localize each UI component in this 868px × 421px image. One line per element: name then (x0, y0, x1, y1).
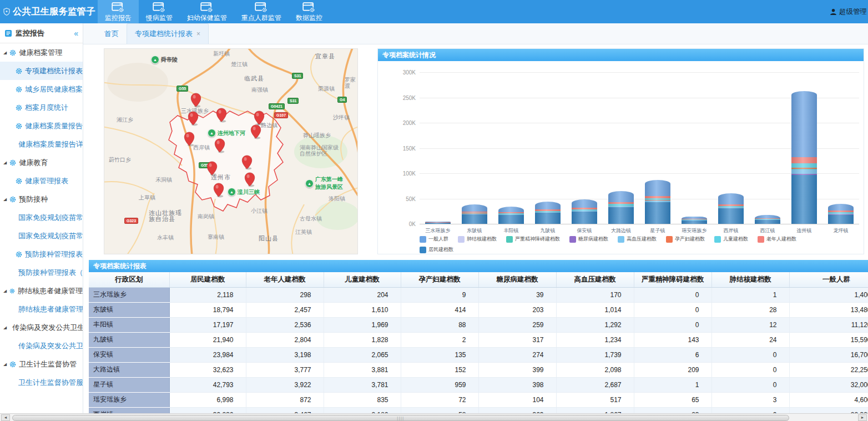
map-label: 罗家渡 (345, 77, 357, 89)
scroll-right-arrow-icon[interactable]: ► (858, 414, 867, 421)
gridline (420, 224, 859, 224)
value-cell: 1,400 (789, 287, 868, 302)
nav-item-监控报告[interactable]: 监控报告 (98, 0, 139, 23)
tree-item-城乡居民健康档案[interactable]: 城乡居民健康档案 (0, 80, 83, 98)
tree-group-预防接种[interactable]: ◢ 预防接种 (0, 190, 83, 208)
nav-item-慢病监管[interactable]: 慢病监管 (139, 0, 180, 23)
caret-icon: ◢ (3, 160, 7, 164)
bar-瑶安瑶族乡[interactable] (682, 217, 707, 224)
map-pin-3[interactable] (254, 111, 265, 126)
tree-group-健康教育[interactable]: ◢ 健康教育 (0, 153, 83, 172)
tree-item-预防接种管理报表[interactable]: 预防接种管理报表 (0, 245, 83, 263)
map-pin-1[interactable] (188, 111, 199, 126)
tree-item-专项建档统计报表[interactable]: 专项建档统计报表 (0, 62, 83, 80)
gear-icon (16, 104, 22, 111)
tree-group-卫生计生监督协管[interactable]: ◢ 卫生计生监督协管 (0, 355, 83, 373)
legend-item-儿童建档数[interactable]: 儿童建档数 (714, 235, 748, 243)
tree-group-健康档案管理[interactable]: ◢ 健康档案管理 (0, 43, 83, 62)
scroll-left-arrow-icon[interactable]: ◄ (1, 414, 10, 421)
main-content: 首页专项建档统计报表× (83, 23, 868, 413)
tree-item-健康档案质量报告[interactable]: 健康档案质量报告 (0, 117, 83, 135)
bar-大路边镇[interactable] (608, 191, 634, 224)
table-row-西岸镇[interactable]: 西岸镇30,2363,4672,186583691,86723022,320 (89, 407, 868, 413)
table-row-丰阳镇[interactable]: 丰阳镇17,1972,5361,969882591,29201211,120 (89, 317, 868, 332)
value-cell: 23,984 (169, 347, 246, 362)
legend-item-一般人群[interactable]: 一般人群 (420, 235, 448, 243)
sidebar-header: 监控报告 « (0, 23, 83, 43)
legend-item-肺结核建档数[interactable]: 肺结核建档数 (458, 235, 497, 243)
tree-group-label: 健康教育 (19, 158, 48, 168)
table-row-东陂镇[interactable]: 东陂镇18,7942,4571,6104142031,01402813,480 (89, 302, 868, 317)
map-pin-10[interactable] (213, 183, 224, 198)
table-row-大路边镇[interactable]: 大路边镇32,6233,7773,8811523992,098209022,25… (89, 362, 868, 377)
bar-三水瑶族乡[interactable] (425, 222, 451, 224)
legend-swatch (666, 236, 673, 243)
tab-close-icon[interactable]: × (196, 30, 200, 38)
bar-东陂镇[interactable] (462, 204, 487, 224)
caret-icon: ◢ (3, 197, 7, 201)
bar-丰阳镇[interactable] (498, 207, 524, 224)
sidebar-title: 监控报告 (16, 28, 44, 38)
map-pin-2[interactable] (216, 108, 227, 123)
nav-item-妇幼保健监管[interactable]: 妇幼保健监管 (180, 0, 234, 23)
legend-swatch (506, 236, 513, 243)
tree-item-传染病及突发公共卫[interactable]: 传染病及突发公共卫 (0, 337, 83, 355)
nav-item-label: 监控报告 (105, 13, 132, 23)
tree-item-label: 档案月度统计 (25, 103, 68, 113)
bar-西江镇[interactable] (755, 215, 780, 224)
tree-item-卫生计生监督协管服[interactable]: 卫生计生监督协管服 (0, 373, 83, 392)
map-pin-6[interactable] (214, 138, 225, 153)
value-cell: 4,600 (789, 392, 868, 407)
tree-item-肺结核患者健康管理[interactable]: 肺结核患者健康管理 (0, 300, 83, 318)
map-pin-4[interactable] (250, 124, 261, 139)
table-row-保安镇[interactable]: 保安镇23,9843,1982,0651352741,7396016,700 (89, 347, 868, 362)
map-pin-8[interactable] (241, 155, 253, 170)
user-menu[interactable]: 超级管理 (830, 0, 867, 23)
value-cell: 1,739 (556, 347, 634, 362)
table-row-三水瑶族乡[interactable]: 三水瑶族乡2,118298204939170011,400 (89, 287, 868, 302)
scrollbar-thumb[interactable]: |||| (12, 415, 789, 421)
legend-item-高血压建档数[interactable]: 高血压建档数 (618, 235, 657, 243)
legend-item-老年人建档数[interactable]: 老年人建档数 (758, 235, 796, 243)
map-pin-0[interactable] (190, 93, 201, 108)
map-panel[interactable]: 新圩镇楚江镇临武县宜章县南强镇栗源镇罗家渡沙坪镇湘江乡三水瑶族乡大路边镇莽山瑶族… (104, 48, 358, 254)
bar-保安镇[interactable] (572, 199, 597, 224)
bar-星子镇[interactable] (645, 180, 670, 224)
tree-item-国家免疫规划疫苗常[interactable]: 国家免疫规划疫苗常 (0, 227, 83, 245)
bar-九陂镇[interactable] (535, 202, 561, 224)
table-row-瑶安瑶族乡[interactable]: 瑶安瑶族乡6,998872835721045176534,600 (89, 392, 868, 407)
map-pin-7[interactable] (206, 161, 218, 176)
value-cell: 2 (401, 332, 478, 347)
bar-连州镇[interactable] (791, 91, 817, 224)
legend-item-孕产妇建档数[interactable]: 孕产妇建档数 (666, 235, 705, 243)
tab-专项建档统计报表[interactable]: 专项建档统计报表× (127, 23, 209, 44)
map-pin-5[interactable] (184, 132, 195, 147)
tab-首页[interactable]: 首页 (97, 24, 127, 44)
x-axis-tick: 瑶安瑶族乡 (676, 227, 713, 234)
map-pin-9[interactable] (244, 172, 255, 187)
legend-item-严重精神障碍建档数[interactable]: 严重精神障碍建档数 (506, 235, 560, 243)
tree-item-健康管理报表[interactable]: 健康管理报表 (0, 172, 83, 190)
nav-item-数据监控[interactable]: 数据监控 (289, 0, 330, 23)
tree-item-国家免疫规划疫苗常[interactable]: 国家免疫规划疫苗常 (0, 208, 83, 227)
sidebar-collapse-icon[interactable]: « (74, 29, 78, 38)
bar-西岸镇[interactable] (718, 193, 744, 224)
bar-segment-居民建档数 (572, 212, 597, 224)
bar-龙坪镇[interactable] (828, 204, 854, 224)
map-label: 江英镇 (295, 229, 312, 235)
legend-item-糖尿病建档数[interactable]: 糖尿病建档数 (569, 235, 608, 243)
map-label: 古母水镇 (300, 215, 322, 222)
legend-item-居民建档数[interactable]: 居民建档数 (420, 246, 453, 253)
value-cell: 0 (634, 302, 711, 317)
tree-item-预防接种管理报表（[interactable]: 预防接种管理报表（ (0, 263, 83, 282)
bar-segment-一般人群 (718, 193, 744, 204)
horizontal-scrollbar[interactable]: ◄ |||| ► (0, 413, 868, 421)
tree-group-传染病及突发公共卫生[interactable]: ◢ 传染病及突发公共卫生 (0, 318, 83, 337)
table-row-九陂镇[interactable]: 九陂镇21,9402,8041,82823171,2341432415,590 (89, 332, 868, 347)
tree-group-肺结核患者健康管理[interactable]: ◢ 肺结核患者健康管理 (0, 282, 83, 300)
tree-group-label: 卫生计生监督协管 (19, 359, 77, 369)
nav-item-重点人群监管[interactable]: 重点人群监管 (234, 0, 289, 23)
tree-item-健康档案质量报告详[interactable]: 健康档案质量报告详 (0, 135, 83, 153)
tree-item-档案月度统计[interactable]: 档案月度统计 (0, 98, 83, 117)
table-row-星子镇[interactable]: 星子镇42,7933,9223,7819593982,6871032,000 (89, 377, 868, 392)
